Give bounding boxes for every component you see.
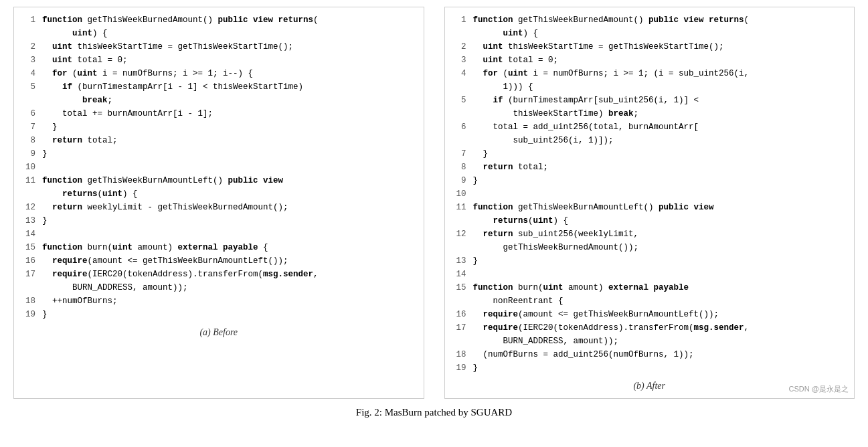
- code-line: BURN_ADDRESS, amount));: [452, 335, 848, 349]
- code-line: returns(uint) {: [452, 215, 848, 228]
- line-content: uint) {: [42, 27, 108, 40]
- line-content: function getThisWeekBurnedAmount() publi…: [42, 14, 319, 27]
- line-content: returns(uint) {: [42, 188, 138, 201]
- code-line: getThisWeekBurnedAmount());: [452, 242, 848, 255]
- code-line: uint) {: [452, 27, 848, 41]
- line-content: uint) {: [473, 27, 539, 40]
- code-line: 9}: [21, 148, 417, 161]
- code-line: 9}: [452, 175, 848, 188]
- line-number: 15: [452, 282, 466, 294]
- line-content: }: [473, 362, 479, 375]
- line-number: 8: [21, 135, 35, 147]
- line-content: function getThisWeekBurnAmountLeft() pub…: [473, 201, 714, 214]
- code-line: 16 require(amount <= getThisWeekBurnAmou…: [452, 308, 848, 322]
- figures-container: 1function getThisWeekBurnedAmount() publ…: [13, 7, 855, 399]
- line-number: 7: [21, 121, 35, 134]
- line-content: break;: [42, 94, 112, 107]
- figure-caption: Fig. 2: MasBurn patched by SGUARD: [356, 407, 512, 418]
- code-line: 10: [21, 161, 417, 175]
- line-number: 11: [452, 201, 466, 214]
- line-content: return weeklyLimit - getThisWeekBurnedAm…: [42, 201, 288, 214]
- code-line: 11function getThisWeekBurnAmountLeft() p…: [21, 175, 417, 188]
- line-content: thisWeekStartTime) break;: [473, 108, 639, 120]
- line-content: require(amount <= getThisWeekBurnAmountL…: [42, 255, 288, 268]
- line-number: 8: [452, 161, 466, 174]
- code-line: 8 return total;: [21, 135, 417, 148]
- code-line: 14: [21, 228, 417, 242]
- line-content: function getThisWeekBurnAmountLeft() pub…: [42, 175, 283, 187]
- line-number: 9: [21, 148, 35, 161]
- code-line: 6 total = add_uint256(total, burnAmountA…: [452, 121, 848, 135]
- line-number: 12: [452, 228, 466, 241]
- line-content: returns(uint) {: [473, 215, 569, 228]
- line-number: 18: [21, 295, 35, 308]
- code-line: 17 require(IERC20(tokenAddress).transfer…: [452, 322, 848, 335]
- line-number: 6: [452, 121, 466, 134]
- line-content: }: [42, 121, 58, 134]
- line-number: 19: [452, 362, 466, 375]
- code-line: uint) {: [21, 27, 417, 41]
- line-content: }: [42, 308, 48, 321]
- line-content: }: [473, 175, 479, 187]
- line-number: 19: [21, 308, 35, 321]
- code-line: 4 for (uint i = numOfBurns; i >= 1; (i =…: [452, 68, 848, 81]
- line-content: ++numOfBurns;: [42, 295, 118, 308]
- line-content: return sub_uint256(weeklyLimit,: [473, 228, 639, 241]
- code-line: 19}: [452, 362, 848, 375]
- code-line: 7 }: [21, 121, 417, 135]
- code-line: 8 return total;: [452, 161, 848, 175]
- code-line: returns(uint) {: [21, 188, 417, 201]
- line-number: 14: [21, 228, 35, 241]
- line-content: }: [473, 148, 489, 161]
- code-line: 11function getThisWeekBurnAmountLeft() p…: [452, 201, 848, 215]
- code-line: 14: [452, 268, 848, 282]
- line-content: }: [473, 255, 479, 268]
- line-number: 10: [452, 188, 466, 201]
- code-line: 5 if (burnTimestampArr[i - 1] < thisWeek…: [21, 81, 417, 94]
- line-content: return total;: [473, 161, 549, 174]
- code-line: 12 return sub_uint256(weeklyLimit,: [452, 228, 848, 242]
- code-line: 13}: [21, 215, 417, 228]
- line-content: require(IERC20(tokenAddress).transferFro…: [473, 322, 750, 335]
- line-content: function burn(uint amount) external paya…: [42, 242, 268, 254]
- line-number: 16: [21, 255, 35, 268]
- line-content: function getThisWeekBurnedAmount() publi…: [473, 14, 750, 27]
- line-number: 17: [452, 322, 466, 335]
- line-content: BURN_ADDRESS, amount));: [473, 335, 619, 348]
- line-number: 1: [21, 14, 35, 27]
- code-line: 4 for (uint i = numOfBurns; i >= 1; i--)…: [21, 68, 417, 81]
- line-number: 6: [21, 108, 35, 120]
- line-content: uint total = 0;: [473, 54, 559, 67]
- line-number: 1: [452, 14, 466, 27]
- line-number: 7: [452, 148, 466, 161]
- code-line: 15function burn(uint amount) external pa…: [452, 282, 848, 295]
- line-content: return total;: [42, 135, 118, 147]
- code-line: 12 return weeklyLimit - getThisWeekBurne…: [21, 201, 417, 215]
- after-panel: 1function getThisWeekBurnedAmount() publ…: [444, 7, 855, 399]
- line-content: if (burnTimestampArr[sub_uint256(i, 1)] …: [473, 94, 699, 107]
- line-content: BURN_ADDRESS, amount));: [42, 282, 188, 294]
- code-line: 2 uint thisWeekStartTime = getThisWeekSt…: [452, 41, 848, 54]
- line-content: getThisWeekBurnedAmount());: [473, 242, 639, 254]
- code-line: 1function getThisWeekBurnedAmount() publ…: [21, 14, 417, 27]
- line-number: 2: [21, 41, 35, 54]
- line-number: 13: [21, 215, 35, 228]
- line-content: for (uint i = numOfBurns; i >= 1; (i = s…: [473, 68, 750, 80]
- line-number: 5: [21, 81, 35, 94]
- line-number: 15: [21, 242, 35, 254]
- line-number: 18: [452, 349, 466, 361]
- line-number: 13: [452, 255, 466, 268]
- code-line: 7 }: [452, 148, 848, 161]
- code-line: 15function burn(uint amount) external pa…: [21, 242, 417, 255]
- before-code: 1function getThisWeekBurnedAmount() publ…: [14, 14, 424, 322]
- before-caption: (a) Before: [14, 327, 424, 338]
- line-content: require(IERC20(tokenAddress).transferFro…: [42, 268, 319, 281]
- line-number: 4: [21, 68, 35, 80]
- line-number: 11: [21, 175, 35, 187]
- line-number: 3: [452, 54, 466, 67]
- line-number: 10: [21, 161, 35, 174]
- line-content: require(amount <= getThisWeekBurnAmountL…: [473, 308, 719, 321]
- code-line: nonReentrant {: [452, 295, 848, 308]
- line-content: (numOfBurns = add_uint256(numOfBurns, 1)…: [473, 349, 694, 361]
- code-line: 18 (numOfBurns = add_uint256(numOfBurns,…: [452, 349, 848, 362]
